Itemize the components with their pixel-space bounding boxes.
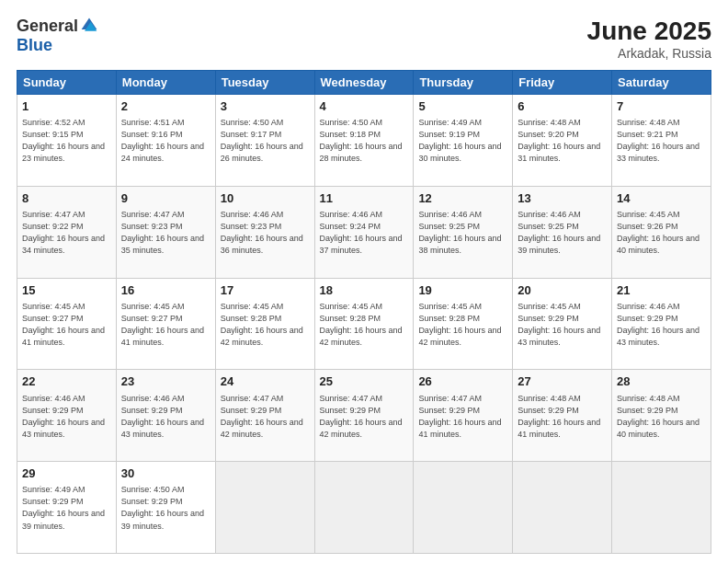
- day-info: Sunrise: 4:48 AM Sunset: 9:20 PM Dayligh…: [518, 117, 607, 165]
- day-number: 14: [617, 190, 706, 207]
- calendar-cell: [612, 462, 711, 554]
- day-number: 4: [320, 98, 409, 115]
- day-info: Sunrise: 4:47 AM Sunset: 9:22 PM Dayligh…: [22, 209, 111, 257]
- col-saturday: Saturday: [612, 71, 711, 95]
- calendar-cell: 13 Sunrise: 4:46 AM Sunset: 9:25 PM Dayl…: [513, 186, 612, 278]
- calendar-cell: 1 Sunrise: 4:52 AM Sunset: 9:15 PM Dayli…: [17, 95, 117, 187]
- header: General Blue June 2025 Arkadak, Russia: [17, 17, 711, 61]
- calendar-cell: 18 Sunrise: 4:45 AM Sunset: 9:28 PM Dayl…: [314, 278, 414, 370]
- calendar-cell: 23 Sunrise: 4:46 AM Sunset: 9:29 PM Dayl…: [116, 370, 215, 462]
- col-wednesday: Wednesday: [314, 71, 414, 95]
- day-info: Sunrise: 4:51 AM Sunset: 9:16 PM Dayligh…: [121, 117, 210, 165]
- logo-blue-text: Blue: [17, 36, 52, 54]
- day-number: 26: [418, 373, 507, 390]
- day-info: Sunrise: 4:47 AM Sunset: 9:29 PM Dayligh…: [418, 393, 507, 441]
- calendar-cell: 30 Sunrise: 4:50 AM Sunset: 9:29 PM Dayl…: [116, 462, 215, 554]
- col-sunday: Sunday: [17, 71, 117, 95]
- day-info: Sunrise: 4:48 AM Sunset: 9:21 PM Dayligh…: [617, 117, 706, 165]
- day-info: Sunrise: 4:47 AM Sunset: 9:23 PM Dayligh…: [121, 209, 210, 257]
- day-info: Sunrise: 4:46 AM Sunset: 9:25 PM Dayligh…: [518, 209, 607, 257]
- day-info: Sunrise: 4:45 AM Sunset: 9:27 PM Dayligh…: [121, 301, 210, 349]
- logo-general-text: General: [17, 17, 78, 36]
- day-info: Sunrise: 4:50 AM Sunset: 9:17 PM Dayligh…: [221, 117, 310, 165]
- day-number: 9: [121, 190, 210, 207]
- calendar-cell: 19 Sunrise: 4:45 AM Sunset: 9:28 PM Dayl…: [414, 278, 513, 370]
- day-number: 30: [121, 465, 210, 482]
- page: General Blue June 2025 Arkadak, Russia S…: [0, 0, 728, 563]
- day-number: 27: [518, 373, 607, 390]
- day-info: Sunrise: 4:49 AM Sunset: 9:29 PM Dayligh…: [22, 484, 111, 532]
- calendar-cell: [414, 462, 513, 554]
- calendar-week-4: 22 Sunrise: 4:46 AM Sunset: 9:29 PM Dayl…: [17, 370, 711, 462]
- day-info: Sunrise: 4:45 AM Sunset: 9:29 PM Dayligh…: [518, 301, 607, 349]
- calendar-cell: 11 Sunrise: 4:46 AM Sunset: 9:24 PM Dayl…: [314, 186, 414, 278]
- day-number: 21: [617, 282, 706, 299]
- location: Arkadak, Russia: [587, 46, 711, 61]
- calendar-cell: 3 Sunrise: 4:50 AM Sunset: 9:17 PM Dayli…: [215, 95, 314, 187]
- day-number: 17: [221, 282, 310, 299]
- calendar-cell: 12 Sunrise: 4:46 AM Sunset: 9:25 PM Dayl…: [414, 186, 513, 278]
- calendar-cell: 24 Sunrise: 4:47 AM Sunset: 9:29 PM Dayl…: [215, 370, 314, 462]
- calendar-week-1: 1 Sunrise: 4:52 AM Sunset: 9:15 PM Dayli…: [17, 95, 711, 187]
- calendar-cell: 9 Sunrise: 4:47 AM Sunset: 9:23 PM Dayli…: [116, 186, 215, 278]
- day-number: 2: [121, 98, 210, 115]
- day-info: Sunrise: 4:46 AM Sunset: 9:25 PM Dayligh…: [418, 209, 507, 257]
- calendar-cell: 16 Sunrise: 4:45 AM Sunset: 9:27 PM Dayl…: [116, 278, 215, 370]
- day-number: 19: [418, 282, 507, 299]
- day-info: Sunrise: 4:45 AM Sunset: 9:27 PM Dayligh…: [22, 301, 111, 349]
- month-year: June 2025: [587, 17, 711, 46]
- calendar-cell: 21 Sunrise: 4:46 AM Sunset: 9:29 PM Dayl…: [612, 278, 711, 370]
- day-number: 3: [221, 98, 310, 115]
- calendar-cell: 22 Sunrise: 4:46 AM Sunset: 9:29 PM Dayl…: [17, 370, 117, 462]
- day-info: Sunrise: 4:45 AM Sunset: 9:28 PM Dayligh…: [221, 301, 310, 349]
- day-info: Sunrise: 4:45 AM Sunset: 9:28 PM Dayligh…: [418, 301, 507, 349]
- calendar-header-row: Sunday Monday Tuesday Wednesday Thursday…: [17, 71, 711, 95]
- day-info: Sunrise: 4:50 AM Sunset: 9:29 PM Dayligh…: [121, 484, 210, 532]
- calendar-cell: [215, 462, 314, 554]
- day-number: 18: [320, 282, 409, 299]
- calendar-cell: 15 Sunrise: 4:45 AM Sunset: 9:27 PM Dayl…: [17, 278, 117, 370]
- day-number: 20: [518, 282, 607, 299]
- day-number: 5: [418, 98, 507, 115]
- day-number: 15: [22, 282, 111, 299]
- day-info: Sunrise: 4:46 AM Sunset: 9:29 PM Dayligh…: [617, 301, 706, 349]
- day-info: Sunrise: 4:47 AM Sunset: 9:29 PM Dayligh…: [320, 393, 409, 441]
- day-number: 10: [221, 190, 310, 207]
- calendar-cell: 26 Sunrise: 4:47 AM Sunset: 9:29 PM Dayl…: [414, 370, 513, 462]
- day-info: Sunrise: 4:46 AM Sunset: 9:29 PM Dayligh…: [22, 393, 111, 441]
- calendar-cell: 25 Sunrise: 4:47 AM Sunset: 9:29 PM Dayl…: [314, 370, 414, 462]
- day-info: Sunrise: 4:52 AM Sunset: 9:15 PM Dayligh…: [22, 117, 111, 165]
- calendar-cell: 17 Sunrise: 4:45 AM Sunset: 9:28 PM Dayl…: [215, 278, 314, 370]
- calendar-cell: 20 Sunrise: 4:45 AM Sunset: 9:29 PM Dayl…: [513, 278, 612, 370]
- day-number: 28: [617, 373, 706, 390]
- calendar-table: Sunday Monday Tuesday Wednesday Thursday…: [17, 70, 711, 554]
- calendar-cell: [513, 462, 612, 554]
- calendar-week-2: 8 Sunrise: 4:47 AM Sunset: 9:22 PM Dayli…: [17, 186, 711, 278]
- calendar-week-5: 29 Sunrise: 4:49 AM Sunset: 9:29 PM Dayl…: [17, 462, 711, 554]
- calendar-cell: 29 Sunrise: 4:49 AM Sunset: 9:29 PM Dayl…: [17, 462, 117, 554]
- calendar-cell: 28 Sunrise: 4:48 AM Sunset: 9:29 PM Dayl…: [612, 370, 711, 462]
- day-number: 16: [121, 282, 210, 299]
- day-info: Sunrise: 4:50 AM Sunset: 9:18 PM Dayligh…: [320, 117, 409, 165]
- day-number: 13: [518, 190, 607, 207]
- calendar-week-3: 15 Sunrise: 4:45 AM Sunset: 9:27 PM Dayl…: [17, 278, 711, 370]
- day-info: Sunrise: 4:49 AM Sunset: 9:19 PM Dayligh…: [418, 117, 507, 165]
- calendar-cell: 7 Sunrise: 4:48 AM Sunset: 9:21 PM Dayli…: [612, 95, 711, 187]
- calendar-cell: 6 Sunrise: 4:48 AM Sunset: 9:20 PM Dayli…: [513, 95, 612, 187]
- day-number: 22: [22, 373, 111, 390]
- day-info: Sunrise: 4:46 AM Sunset: 9:29 PM Dayligh…: [121, 393, 210, 441]
- logo: General Blue: [17, 17, 98, 55]
- logo-icon: [80, 16, 98, 34]
- calendar-cell: 10 Sunrise: 4:46 AM Sunset: 9:23 PM Dayl…: [215, 186, 314, 278]
- calendar-cell: 27 Sunrise: 4:48 AM Sunset: 9:29 PM Dayl…: [513, 370, 612, 462]
- title-area: June 2025 Arkadak, Russia: [587, 17, 711, 61]
- day-number: 7: [617, 98, 706, 115]
- day-number: 29: [22, 465, 111, 482]
- day-info: Sunrise: 4:48 AM Sunset: 9:29 PM Dayligh…: [518, 393, 607, 441]
- day-number: 12: [418, 190, 507, 207]
- calendar-cell: 8 Sunrise: 4:47 AM Sunset: 9:22 PM Dayli…: [17, 186, 117, 278]
- day-info: Sunrise: 4:48 AM Sunset: 9:29 PM Dayligh…: [617, 393, 706, 441]
- calendar-cell: [314, 462, 414, 554]
- day-number: 25: [320, 373, 409, 390]
- day-info: Sunrise: 4:46 AM Sunset: 9:23 PM Dayligh…: [221, 209, 310, 257]
